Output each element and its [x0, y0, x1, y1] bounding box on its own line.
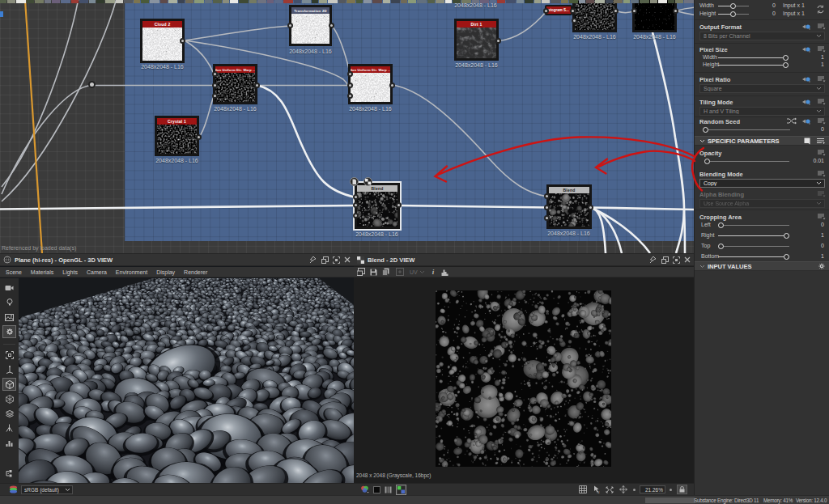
node-input-dot[interactable] — [353, 213, 359, 218]
zoom-in-dot[interactable] — [670, 489, 672, 491]
node-input-dot[interactable] — [287, 23, 293, 28]
copy-icon[interactable] — [382, 268, 389, 276]
graph-node-blend1[interactable]: Blend — [355, 183, 400, 229]
pin-icon[interactable] — [648, 256, 658, 264]
histogram-icon[interactable] — [441, 269, 450, 276]
tiling-toggle-icon[interactable] — [396, 268, 404, 276]
node-input-dot[interactable] — [544, 205, 550, 210]
opacity-knob[interactable] — [704, 159, 710, 164]
width-slider-knob[interactable] — [730, 3, 736, 9]
node-input-dot[interactable] — [353, 202, 359, 208]
pixel-size-width-knob[interactable] — [783, 55, 789, 61]
columns-icon[interactable] — [385, 486, 392, 493]
crop-right-slider[interactable] — [718, 235, 789, 236]
graph-node-histogram-pill[interactable]: stogram S... — [545, 5, 572, 15]
view2d-viewport[interactable] — [354, 278, 694, 483]
node-input-dot[interactable] — [347, 83, 353, 88]
pixel-ratio-dropdown[interactable]: Square — [699, 84, 825, 93]
active-filter-button[interactable] — [396, 485, 406, 495]
wireframe-cube-icon[interactable] — [2, 392, 16, 405]
pan-icon[interactable] — [619, 485, 627, 493]
colorspace-dropdown[interactable]: sRGB (default) — [21, 485, 73, 494]
function-icon[interactable] — [802, 46, 811, 53]
random-seed-knob[interactable] — [703, 127, 708, 133]
preset-menu-icon[interactable] — [818, 99, 826, 105]
blending-mode-dropdown[interactable]: Copy — [699, 179, 825, 188]
node-output-dot[interactable] — [254, 83, 260, 88]
preset-menu-icon[interactable] — [818, 118, 826, 125]
view3d-header[interactable]: Plane (hi-res) - OpenGL - 3D VIEW — [0, 253, 354, 266]
light-icon[interactable] — [2, 296, 16, 309]
graph-node-warp-right[interactable]: Non Uniform Dir. Warp ... — [348, 64, 393, 104]
input-values-header[interactable]: INPUT VALUES — [695, 261, 829, 271]
node-input-dot[interactable] — [212, 71, 218, 77]
menu-lights[interactable]: Lights — [62, 269, 78, 275]
tiling-mode-dropdown[interactable]: H and V Tiling — [699, 107, 825, 116]
output-2dview-badge[interactable] — [363, 177, 372, 186]
display-settings-icon[interactable] — [2, 325, 16, 338]
graph-node-blend2[interactable]: Blend — [546, 184, 592, 229]
node-output-dot[interactable] — [329, 23, 334, 28]
node-input-dot[interactable] — [631, 8, 637, 14]
cube-icon[interactable] — [2, 378, 16, 391]
preset-list-icon[interactable] — [817, 138, 825, 145]
channels-icon[interactable] — [360, 485, 369, 493]
graph-node-dirt1[interactable]: Dirt 1 — [454, 19, 499, 61]
crop-top-slider[interactable] — [718, 246, 789, 247]
node-input-dot[interactable] — [347, 93, 353, 99]
crop-bottom-slider[interactable] — [718, 256, 789, 257]
gear-icon[interactable] — [818, 263, 825, 269]
background-swatch[interactable] — [373, 486, 380, 493]
node-output-dot[interactable] — [495, 38, 501, 44]
node-input-dot[interactable] — [544, 215, 550, 221]
node-input-dot[interactable] — [544, 193, 550, 199]
histogram-icon[interactable] — [2, 436, 16, 449]
node-input-dot[interactable] — [212, 93, 218, 99]
crop-bottom-knob[interactable] — [784, 254, 789, 260]
preset-menu-icon[interactable] — [818, 171, 826, 177]
menu-camera[interactable]: Camera — [87, 269, 107, 275]
lock-zoom-button[interactable] — [677, 485, 687, 494]
node-input-dot[interactable] — [572, 18, 577, 23]
node-output-dot[interactable] — [673, 8, 678, 14]
output-doc-badge[interactable] — [350, 177, 359, 186]
maximize-icon[interactable] — [671, 256, 681, 264]
close-icon[interactable] — [682, 256, 692, 263]
export-image-icon[interactable] — [357, 268, 365, 276]
pixel-size-height-slider[interactable] — [718, 65, 789, 66]
tree-icon[interactable] — [2, 467, 16, 480]
specific-parameters-header[interactable]: SPECIFIC PARAMETERS — [695, 136, 829, 146]
preset-menu-icon[interactable] — [818, 76, 826, 83]
graph-node-top-a[interactable] — [572, 0, 617, 32]
node-input-dot[interactable] — [347, 71, 353, 77]
graph-node-cloud2[interactable]: Cloud 2 — [140, 19, 185, 63]
camera-icon[interactable] — [2, 282, 16, 294]
menu-display[interactable]: Display — [156, 269, 175, 275]
grid-icon[interactable] — [579, 485, 587, 493]
maximize-icon[interactable] — [331, 256, 341, 264]
frame-icon[interactable] — [2, 349, 16, 362]
menu-environment[interactable]: Environment — [116, 269, 147, 275]
node-graph-panel[interactable]: Cloud 2 2048x2048 - L16 Transformation 2… — [0, 0, 694, 253]
random-seed-slider[interactable] — [703, 129, 790, 130]
function-icon[interactable] — [802, 99, 811, 105]
preset-menu-icon[interactable] — [818, 46, 826, 53]
wire-junction-dot[interactable] — [88, 81, 96, 88]
node-input-dot[interactable] — [353, 194, 359, 200]
zoom-out-dot[interactable] — [633, 489, 636, 491]
uv-mode-label[interactable]: UV — [410, 269, 418, 275]
node-output-dot[interactable] — [389, 83, 395, 88]
graph-node-top-b[interactable] — [632, 0, 677, 32]
node-output-dot[interactable] — [180, 38, 185, 44]
function-icon[interactable] — [802, 76, 811, 83]
graph-node-crystal1[interactable]: Crystal 1 — [155, 116, 199, 156]
float-window-icon[interactable] — [660, 256, 670, 264]
node-output-dot[interactable] — [588, 205, 593, 210]
pixel-size-height-knob[interactable] — [783, 62, 789, 68]
node-input-dot[interactable] — [543, 8, 549, 14]
crop-right-knob[interactable] — [784, 233, 789, 239]
menu-materials[interactable]: Materials — [31, 269, 53, 275]
function-icon[interactable] — [802, 23, 811, 30]
preset-menu-icon[interactable] — [818, 150, 826, 156]
preset-menu-icon[interactable] — [818, 214, 826, 220]
